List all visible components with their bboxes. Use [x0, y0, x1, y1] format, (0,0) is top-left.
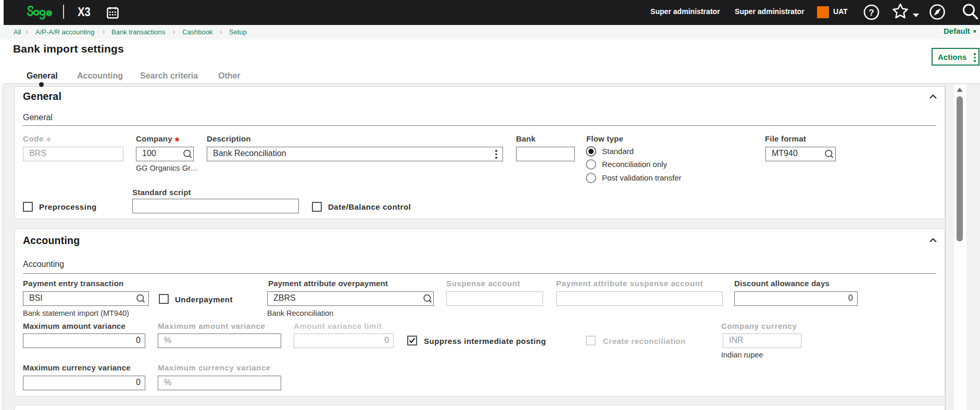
svg-text:?: ?	[869, 8, 874, 18]
